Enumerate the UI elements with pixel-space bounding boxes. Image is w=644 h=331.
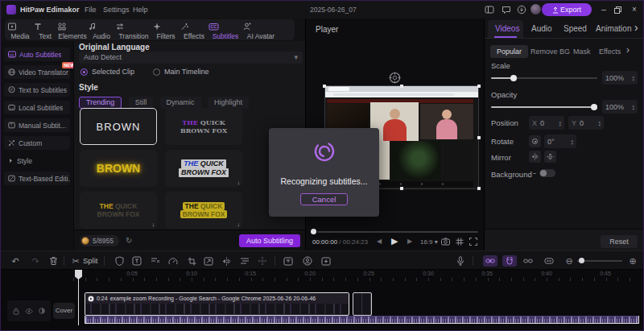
style-tab-dynamic[interactable]: Dynamic [160, 97, 201, 109]
mic-icon[interactable] [455, 255, 466, 267]
unlink-clips-icon[interactable] [522, 255, 534, 267]
position-y-input[interactable]: Y0▴▾ [568, 116, 604, 130]
sidebar-item-manual-subtitles[interactable]: TManual Subtit... [4, 118, 70, 132]
undo-icon[interactable]: ↶ [10, 255, 21, 267]
transform-move-icon[interactable] [257, 255, 268, 267]
subtab-mask[interactable]: Mask [573, 48, 591, 56]
track-lock-icon[interactable] [13, 308, 19, 315]
tabs-more-chevron-icon[interactable]: › [634, 21, 638, 34]
snapshot-icon[interactable] [441, 238, 450, 246]
tab-animation[interactable]: Animation [596, 24, 631, 33]
zoom-out-icon[interactable]: ⊖ [564, 255, 575, 267]
mirror-vertical-button[interactable] [544, 151, 556, 163]
menu-item-file[interactable]: File [85, 1, 97, 19]
seek-handle[interactable] [311, 229, 316, 234]
subtab-popular[interactable]: Popular [490, 45, 528, 58]
clip-fragment[interactable] [353, 292, 372, 316]
tab-audio[interactable]: Audio [531, 24, 552, 33]
subtab-effects[interactable]: Effects [599, 48, 621, 56]
mask-shield-icon[interactable] [114, 255, 125, 267]
tab-filters[interactable]: Filters [152, 19, 180, 40]
text-box-icon[interactable] [131, 255, 142, 267]
feedback-icon[interactable] [502, 5, 511, 14]
layout-panels-icon[interactable] [485, 5, 494, 14]
rotate-input[interactable]: 0°▴▾ [544, 134, 576, 148]
style-tab-trending[interactable]: Trending [79, 97, 122, 109]
mirror-horizontal-button[interactable] [529, 151, 541, 163]
export-frame-icon[interactable] [203, 255, 214, 267]
zoom-slider-handle[interactable] [579, 258, 584, 263]
audio-waveform[interactable] [85, 316, 639, 324]
opacity-value[interactable]: 100%▴▾ [602, 100, 638, 114]
play-button[interactable]: ▶ [391, 236, 398, 246]
tab-elements[interactable]: Elements [57, 19, 88, 40]
stepper-icon[interactable]: ▴▾ [632, 75, 634, 81]
style-card-yellow-highlight[interactable]: THE QUICKBROWN FOX↓ [165, 192, 242, 229]
prev-frame-button[interactable]: ◀ [377, 238, 382, 245]
grid-overlay-icon[interactable] [456, 238, 464, 246]
stepper-icon[interactable]: ▴▾ [632, 104, 634, 110]
scale-slider-handle[interactable] [510, 75, 517, 81]
restore-button[interactable] [614, 6, 621, 14]
split-button[interactable]: Split [83, 256, 97, 265]
background-toggle[interactable] [539, 169, 555, 177]
sidebar-item-text-to-subtitles[interactable]: Text to Subtitles [4, 83, 70, 97]
sidebar-item-text-based-editing[interactable]: Text-Based Editi... [4, 172, 70, 185]
minimize-button[interactable]: – [598, 1, 609, 19]
cover-button[interactable]: Cover [53, 303, 75, 319]
sidebar-item-auto-subtitles[interactable]: CCAuto Subtitles [4, 48, 70, 61]
sidebar-item-style[interactable]: Style [4, 154, 70, 168]
style-card-italic-chip[interactable]: THE QUICKBROWN FOX↓ [165, 150, 242, 187]
stepper-icon[interactable]: ▴▾ [559, 120, 561, 126]
style-card-brown-outline[interactable]: BROWN [80, 108, 157, 145]
refresh-icon[interactable]: ↻ [126, 236, 132, 245]
style-card-yellow-glow[interactable]: BROWN [80, 150, 157, 187]
aspect-ratio-select[interactable]: 16:9 ▾ [420, 238, 438, 246]
export-button[interactable]: Export [542, 3, 592, 16]
tab-transition[interactable]: Transition [115, 19, 152, 40]
flip-icon[interactable] [221, 255, 232, 267]
reposition-target-icon[interactable] [389, 72, 401, 84]
tab-audio[interactable]: Audio [88, 19, 115, 40]
video-clip[interactable]: 0:24 example zoom Recording - Google Sea… [85, 292, 349, 316]
subtab-remove-bg[interactable]: Remove BG [530, 48, 570, 56]
redo-icon[interactable]: ↷ [30, 255, 41, 267]
seek-bar[interactable] [317, 231, 478, 233]
scale-value[interactable]: 100%▴▾ [602, 71, 638, 85]
zoom-in-icon[interactable]: ⊕ [627, 255, 638, 267]
track-mute-icon[interactable] [39, 308, 45, 314]
cancel-button[interactable]: Cancel [300, 193, 348, 205]
caption-track-icon[interactable] [283, 255, 294, 267]
scissors-icon[interactable]: ✂ [70, 255, 81, 267]
menu-item-settings[interactable]: Settings [103, 1, 130, 19]
sidebar-item-video-translator[interactable]: Video TranslatorNEW [4, 65, 70, 79]
selection-handle[interactable] [477, 85, 481, 88]
tab-ai-avatar[interactable]: AI Avatar [242, 19, 279, 40]
tab-speed[interactable]: Speed [564, 24, 587, 33]
style-tab-still[interactable]: Still [129, 97, 154, 109]
tab-text[interactable]: Text [33, 19, 57, 40]
timeline-ruler[interactable] [73, 278, 642, 281]
auto-subtitling-button[interactable]: Auto Subtitling [239, 234, 300, 247]
language-dropdown[interactable]: Auto Detect▾ [79, 52, 303, 64]
stepper-icon[interactable]: ▴▾ [598, 120, 601, 126]
track-visibility-icon[interactable] [25, 308, 33, 314]
reset-button[interactable]: Reset [601, 235, 638, 248]
radio-selected-clip[interactable]: Selected Clip [80, 68, 134, 76]
tab-subtitles[interactable]: CCSubtitles [208, 19, 242, 40]
user-avatar[interactable] [530, 4, 541, 14]
link-clips-icon[interactable] [483, 255, 497, 267]
style-card-yellow-word[interactable]: THE QUICKBROWN FOX↓ [80, 192, 157, 229]
selection-handle[interactable] [400, 85, 403, 88]
selection-handle[interactable] [477, 136, 481, 139]
rotate-dial-icon[interactable] [529, 135, 541, 147]
next-frame-button[interactable]: ▶ [407, 238, 412, 245]
delete-icon[interactable] [47, 255, 59, 267]
position-x-input[interactable]: X0▴▾ [529, 116, 564, 130]
menu-item-help[interactable]: Help [133, 1, 148, 19]
extract-subtitle-icon[interactable] [150, 255, 161, 267]
style-tab-highlight[interactable]: Highlight [208, 97, 249, 109]
selection-handle[interactable] [323, 85, 326, 88]
selection-handle[interactable] [477, 187, 481, 190]
record-avatar-icon[interactable] [302, 255, 313, 267]
